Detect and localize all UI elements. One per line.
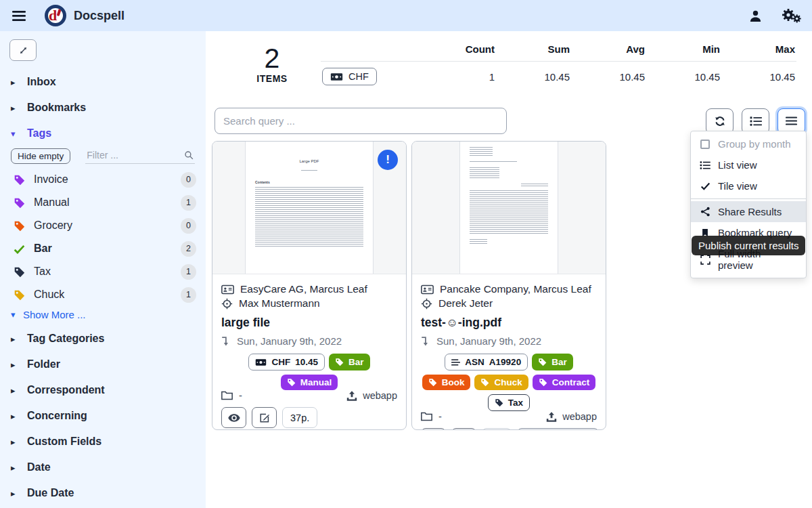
caret-right-icon: ▸ [11, 77, 18, 87]
folder-source-line: - webapp [221, 390, 397, 401]
stats-panel: 2 ITEMS Count Sum Avg Min Max CHF [206, 41, 812, 89]
stats-header-max: Max [721, 41, 796, 62]
edit-button[interactable] [252, 407, 277, 428]
address-card-icon [421, 284, 434, 295]
list-view-button[interactable] [742, 108, 769, 134]
upload-icon [346, 391, 357, 401]
arrow-turn-down-icon [421, 335, 430, 347]
stats-header-sum: Sum [496, 41, 571, 62]
menu-toggle-icon[interactable] [11, 7, 27, 24]
tag-badge: Tax [488, 394, 530, 411]
stats-header-min: Min [646, 41, 721, 62]
share-icon [699, 207, 711, 217]
search-input[interactable] [215, 108, 507, 134]
tag-icon [335, 358, 344, 366]
item-title[interactable]: test-☺-ing.pdf [421, 316, 597, 330]
menu-item-list-view[interactable]: List view [691, 154, 806, 175]
menu-item-group-by-month[interactable]: Group by month [691, 133, 806, 154]
source-value: webapp [363, 390, 397, 401]
items-count: 2 ITEMS [227, 44, 317, 89]
navbar-right [749, 8, 801, 23]
search-icon [184, 150, 194, 160]
app-root: d Docspell [0, 0, 812, 508]
gears-icon[interactable] [781, 8, 801, 23]
sidebar-item-due-date[interactable]: ▸ Due Date [0, 480, 206, 506]
menu-item-tile-view[interactable]: Tile view [691, 175, 806, 196]
docspell-logo-icon: d [45, 5, 66, 26]
item-card[interactable]: Pancake Company, Marcus Leaf Derek Jeter… [411, 141, 606, 430]
sidebar-item-tags[interactable]: ▾ Tags [0, 121, 206, 146]
sidebar-item-bookmarks[interactable]: ▸ Bookmarks [0, 95, 206, 121]
tag-filter [85, 148, 195, 164]
menu-item-share-results[interactable]: Share Results [691, 201, 806, 222]
tag-count-badge: 1 [181, 264, 196, 280]
sidebar-item-concerning[interactable]: ▸ Concerning [0, 403, 206, 429]
tag-icon [14, 266, 25, 278]
folder-icon [421, 412, 432, 421]
tag-badge: Contract [533, 375, 596, 390]
tag-badge: Bar [532, 354, 573, 371]
item-thumbnail[interactable]: Large PDF Contents ! [212, 142, 406, 274]
tag-count-badge: 0 [181, 172, 196, 188]
item-menu-button[interactable] [777, 108, 805, 134]
money-bill-icon [255, 358, 267, 366]
edit-button[interactable] [451, 428, 476, 430]
menu-divider [691, 198, 806, 199]
stats-value-min: 10.45 [646, 62, 721, 89]
caret-down-icon: ▾ [11, 129, 18, 139]
app-logo[interactable]: d Docspell [45, 5, 125, 26]
sidebar-collapse-button[interactable] [9, 39, 37, 61]
concerning-line: Derek Jeter [421, 297, 597, 310]
stats-header-avg: Avg [571, 41, 646, 62]
thumbnail-doc-title: Large PDF [255, 159, 363, 163]
correspondent-line: Pancake Company, Marcus Leaf [421, 283, 597, 295]
tag-icon [14, 220, 25, 232]
user-icon[interactable] [749, 9, 762, 22]
refresh-icon [714, 115, 726, 127]
sidebar-item-date[interactable]: ▸ Date [0, 454, 206, 480]
item-thumbnail[interactable] [412, 142, 606, 274]
caret-right-icon: ▸ [11, 488, 18, 499]
items-count-label: ITEMS [227, 73, 317, 84]
preview-button[interactable] [421, 428, 446, 430]
caret-right-icon: ▸ [11, 334, 18, 344]
preview-button[interactable] [221, 407, 246, 428]
list-icon [699, 161, 711, 170]
diagonal-arrows-icon [18, 45, 28, 56]
edit-icon [259, 412, 270, 423]
sidebar-item-correspondent[interactable]: ▸ Correspondent [0, 377, 206, 403]
stats-table: Count Sum Avg Min Max CHF 1 10.45 10.45 … [321, 41, 796, 89]
upload-icon [546, 412, 557, 422]
tag-item-chuck[interactable]: Chuck 1 [0, 283, 206, 306]
folder-value: - [239, 390, 242, 401]
sidebar-item-tag-categories[interactable]: ▸ Tag Categories [0, 326, 206, 352]
card-footer: 37p. [221, 407, 397, 428]
source-value: webapp [562, 411, 597, 422]
tag-item-invoice[interactable]: Invoice 0 [0, 168, 206, 191]
sidebar-item-custom-fields[interactable]: ▸ Custom Fields [0, 429, 206, 454]
tag-item-tax[interactable]: Tax 1 [0, 260, 206, 283]
sidebar: ▸ Inbox ▸ Bookmarks ▾ Tags Hide empty [0, 31, 206, 508]
refresh-button[interactable] [706, 108, 734, 134]
show-more-link[interactable]: ▾ Show More ... [0, 306, 206, 326]
tag-item-bar[interactable]: Bar 2 [0, 237, 206, 260]
sidebar-item-inbox[interactable]: ▸ Inbox [0, 69, 206, 95]
folder-value: - [438, 411, 442, 422]
item-title[interactable]: large file [221, 316, 397, 330]
item-card[interactable]: Large PDF Contents ! EasyCare AG, M [212, 141, 407, 430]
asn-badge: ASN A19920 [445, 354, 528, 371]
tag-filter-input[interactable] [85, 148, 195, 164]
caret-right-icon: ▸ [11, 437, 18, 447]
sidebar-item-folder[interactable]: ▸ Folder [0, 352, 206, 377]
item-badges: CHF 10.45 Bar Manual [221, 354, 397, 390]
item-menu-dropdown: Group by month List view Tile view [690, 131, 807, 278]
tag-item-manual[interactable]: Manual 1 [0, 191, 206, 214]
stats-value-sum: 10.45 [496, 62, 571, 89]
tag-icon [538, 358, 547, 366]
tag-count-badge: 2 [181, 241, 196, 257]
card-footer: 1p. 2022/01/29 [421, 428, 597, 430]
hide-empty-button[interactable]: Hide empty [11, 148, 70, 164]
item-badges: ASN A19920 Bar Book [421, 354, 597, 411]
tag-item-grocery[interactable]: Grocery 0 [0, 214, 206, 237]
due-date-chip: 2022/01/29 [517, 428, 599, 430]
